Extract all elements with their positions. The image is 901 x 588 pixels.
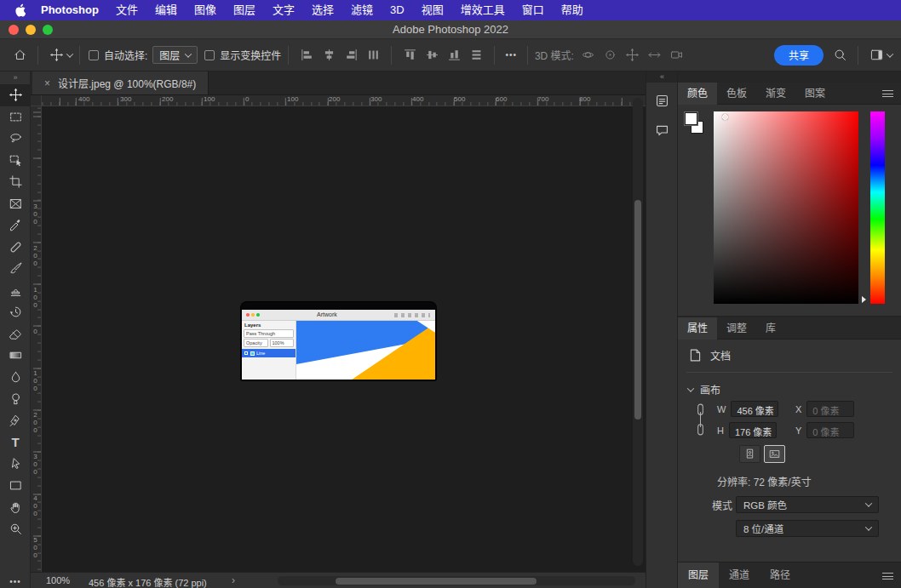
- x-field[interactable]: 0 像素: [806, 401, 854, 417]
- tool-rectangle[interactable]: [0, 475, 31, 497]
- height-field[interactable]: 176 像素: [729, 422, 777, 438]
- chevron-down-icon[interactable]: [887, 50, 893, 57]
- menu-item-edit[interactable]: 编辑: [146, 0, 186, 20]
- close-tab-icon[interactable]: ×: [44, 77, 50, 89]
- tool-clone-stamp[interactable]: [0, 280, 31, 302]
- expand-panels-icon[interactable]: ‹‹: [646, 71, 677, 83]
- tool-hand[interactable]: [0, 497, 31, 519]
- tab-patterns[interactable]: 图案: [795, 83, 835, 105]
- menu-item-image[interactable]: 图像: [186, 0, 225, 20]
- landscape-orientation-button[interactable]: [764, 445, 785, 463]
- edit-toolbar-icon[interactable]: •••: [0, 577, 31, 586]
- tab-channels[interactable]: 通道: [719, 562, 760, 588]
- vertical-scrollbar-thumb[interactable]: [634, 200, 641, 420]
- link-dimensions-icon[interactable]: [695, 401, 706, 442]
- align-right-button[interactable]: [340, 44, 362, 66]
- tool-history-brush[interactable]: [0, 301, 31, 323]
- tool-object-selection[interactable]: [0, 150, 31, 172]
- toolbar-collapse-icon[interactable]: ››: [0, 71, 30, 84]
- vertical-scrollbar[interactable]: [633, 98, 643, 566]
- more-align-options-icon[interactable]: •••: [502, 50, 520, 60]
- horizontal-scrollbar-thumb[interactable]: [336, 578, 537, 585]
- tool-path-selection[interactable]: [0, 454, 31, 476]
- tool-rectangular-marquee[interactable]: [0, 106, 31, 128]
- canvas-section-header[interactable]: 画布: [688, 382, 720, 397]
- tab-layers[interactable]: 图层: [678, 562, 719, 588]
- search-button[interactable]: [829, 44, 851, 66]
- align-middle-button[interactable]: [421, 44, 443, 66]
- tab-adjustments[interactable]: 调整: [717, 317, 756, 340]
- color-mode-dropdown[interactable]: RGB 颜色: [736, 496, 879, 513]
- menu-item-file[interactable]: 文件: [107, 0, 146, 20]
- menu-item-view[interactable]: 视图: [413, 0, 452, 20]
- menu-item-window[interactable]: 窗口: [514, 0, 553, 20]
- 3d-roll-button[interactable]: [600, 44, 622, 66]
- portrait-orientation-button[interactable]: [739, 445, 760, 463]
- tool-brush[interactable]: [0, 258, 31, 280]
- menu-item-type[interactable]: 文字: [264, 0, 303, 20]
- tool-crop[interactable]: [0, 171, 31, 193]
- home-button[interactable]: [9, 44, 31, 66]
- comments-panel-button[interactable]: [650, 118, 674, 142]
- tool-zoom[interactable]: [0, 518, 31, 540]
- 3d-dolly-button[interactable]: [666, 44, 688, 66]
- menu-item-select[interactable]: 选择: [303, 0, 342, 20]
- menu-item-3d[interactable]: 3D: [382, 0, 413, 20]
- panel-menu-icon[interactable]: [882, 573, 893, 579]
- tab-gradients[interactable]: 渐变: [756, 83, 795, 105]
- 3d-orbit-button[interactable]: [577, 44, 600, 66]
- foreground-color-swatch[interactable]: [685, 112, 697, 125]
- menu-item-photoshop[interactable]: Photoshop: [32, 0, 107, 20]
- distribute-h-button[interactable]: [362, 44, 384, 66]
- tool-eraser[interactable]: [0, 323, 31, 345]
- show-transform-checkbox[interactable]: [204, 50, 215, 60]
- menu-item-help[interactable]: 帮助: [553, 0, 592, 20]
- hue-marker-icon[interactable]: [862, 296, 866, 303]
- 3d-pan-button[interactable]: [622, 44, 644, 66]
- apple-menu[interactable]: [7, 3, 32, 17]
- tool-lasso[interactable]: [0, 128, 31, 150]
- tab-properties[interactable]: 属性: [678, 317, 717, 340]
- align-center-h-button[interactable]: [318, 44, 340, 66]
- width-field[interactable]: 456 像素: [731, 401, 778, 417]
- share-button[interactable]: 共享: [774, 45, 824, 66]
- distribute-v-button[interactable]: [465, 44, 487, 66]
- align-top-button[interactable]: [399, 44, 421, 66]
- menu-item-layer[interactable]: 图层: [225, 0, 264, 20]
- tab-color[interactable]: 颜色: [678, 83, 717, 105]
- zoom-level-field[interactable]: 100%: [46, 575, 70, 585]
- tool-move[interactable]: [0, 84, 31, 106]
- auto-select-checkbox[interactable]: [89, 50, 99, 60]
- auto-select-target-dropdown[interactable]: 图层: [152, 46, 198, 64]
- color-cursor[interactable]: [722, 114, 728, 120]
- tab-swatches[interactable]: 色板: [717, 83, 756, 105]
- 3d-slide-button[interactable]: [644, 44, 666, 66]
- y-field[interactable]: 0 像素: [806, 422, 854, 438]
- document-tab[interactable]: × 设计层.jpeg @ 100%(RGB/8#): [32, 71, 209, 94]
- align-bottom-button[interactable]: [443, 44, 465, 66]
- tool-spot-healing[interactable]: [0, 237, 31, 259]
- tool-preset-move[interactable]: [45, 44, 67, 66]
- minimize-window-button[interactable]: [26, 25, 36, 35]
- menu-item-plugins[interactable]: 增效工具: [452, 0, 514, 20]
- canvas-viewport[interactable]: 400 300 200 100 0 100 200 300 400 500 60…: [31, 95, 646, 572]
- saturation-brightness-field[interactable]: [714, 111, 858, 304]
- zoom-window-button[interactable]: [43, 25, 53, 35]
- hue-slider[interactable]: [870, 111, 885, 304]
- align-left-button[interactable]: [296, 44, 318, 66]
- tool-blur[interactable]: [0, 367, 31, 389]
- close-window-button[interactable]: [9, 25, 19, 35]
- history-panel-button[interactable]: [650, 88, 674, 112]
- tool-dodge[interactable]: [0, 388, 31, 410]
- tool-gradient[interactable]: [0, 345, 31, 367]
- tool-eyedropper[interactable]: [0, 214, 31, 237]
- workspace-switcher[interactable]: [865, 44, 887, 66]
- menu-item-filter[interactable]: 滤镜: [342, 0, 382, 20]
- tool-pen[interactable]: [0, 410, 31, 432]
- tab-paths[interactable]: 路径: [760, 562, 801, 588]
- tab-libraries[interactable]: 库: [756, 317, 785, 340]
- status-chevron-icon[interactable]: ›: [232, 574, 235, 586]
- tool-frame[interactable]: [0, 193, 31, 215]
- horizontal-scrollbar[interactable]: [278, 576, 635, 585]
- bit-depth-dropdown[interactable]: 8 位/通道: [736, 520, 879, 537]
